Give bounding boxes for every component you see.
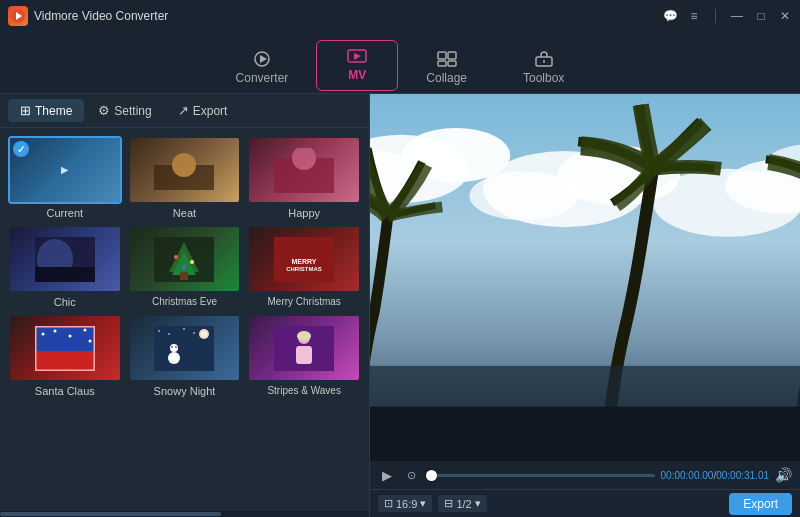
tab-setting[interactable]: ⚙ Setting (86, 99, 163, 122)
svg-point-23 (174, 255, 178, 259)
aspect-ratio-label: 16:9 (396, 498, 417, 510)
title-bar-left: Vidmore Video Converter (8, 6, 168, 26)
svg-rect-50 (296, 346, 312, 364)
svg-point-46 (183, 328, 185, 330)
right-panel: ▶ ⊙ 00:00:00.00/00:00:31.01 🔊 ⊡ 16:9 ▾ ⊟… (370, 94, 800, 517)
svg-point-32 (53, 329, 56, 332)
theme-label-neat: Neat (173, 207, 196, 219)
video-controls: ▶ ⊙ 00:00:00.00/00:00:31.01 🔊 (370, 461, 800, 489)
title-bar: Vidmore Video Converter 💬 ≡ — □ ✕ (0, 0, 800, 32)
svg-rect-6 (438, 52, 446, 59)
theme-item-christmas-eve[interactable]: Christmas Eve (128, 225, 242, 308)
svg-rect-29 (35, 351, 95, 371)
theme-label-snowy-night: Snowy Night (154, 385, 216, 397)
menu-button[interactable]: ≡ (687, 9, 701, 23)
progress-thumb[interactable] (426, 470, 437, 481)
nav-label-collage: Collage (426, 71, 467, 85)
chat-button[interactable]: 💬 (663, 9, 677, 23)
nav-item-collage[interactable]: Collage (398, 44, 495, 93)
theme-item-snowy-night[interactable]: Snowy Night (128, 314, 242, 397)
nav-label-mv: MV (348, 68, 366, 82)
aspect-ratio-button[interactable]: ⊡ 16:9 ▾ (378, 495, 432, 512)
svg-text:CHRISTMAS: CHRISTMAS (286, 265, 322, 271)
theme-label-christmas-eve: Christmas Eve (152, 296, 217, 307)
svg-point-24 (190, 260, 194, 264)
svg-rect-22 (180, 272, 188, 280)
svg-point-43 (176, 346, 178, 348)
video-options: ⊡ 16:9 ▾ ⊟ 1/2 ▾ Export (370, 489, 800, 517)
app-title: Vidmore Video Converter (34, 9, 168, 23)
theme-label-merry-christmas: Merry Christmas (267, 296, 340, 307)
converter-icon (250, 50, 274, 68)
svg-point-44 (158, 330, 160, 332)
selected-check: ✓ (13, 141, 29, 157)
svg-point-47 (193, 332, 195, 334)
volume-icon[interactable]: 🔊 (775, 467, 792, 483)
quality-button[interactable]: ⊟ 1/2 ▾ (438, 495, 486, 512)
svg-point-58 (469, 171, 578, 220)
setting-tab-icon: ⚙ (98, 103, 110, 118)
stop-button[interactable]: ⊙ (402, 466, 420, 484)
play-button[interactable]: ▶ (378, 466, 396, 484)
theme-item-current[interactable]: ✓ ▶ Current (8, 136, 122, 219)
app-icon (8, 6, 28, 26)
maximize-button[interactable]: □ (754, 9, 768, 23)
svg-point-42 (172, 346, 174, 348)
main-content: ⊞ Theme ⚙ Setting ↗ Export ✓ ▶ (0, 94, 800, 517)
nav-label-converter: Converter (236, 71, 289, 85)
tab-theme[interactable]: ⊞ Theme (8, 99, 84, 122)
nav-label-toolbox: Toolbox (523, 71, 564, 85)
theme-item-stripes-waves[interactable]: Stripes & Waves (247, 314, 361, 397)
mv-icon (345, 47, 369, 65)
svg-rect-8 (438, 61, 446, 66)
theme-item-happy[interactable]: Happy (247, 136, 361, 219)
theme-grid: ✓ ▶ Current Neat (0, 128, 369, 511)
theme-scrollbar[interactable] (0, 511, 369, 517)
quality-icon: ⊟ (444, 497, 453, 510)
svg-point-13 (172, 153, 196, 177)
svg-marker-3 (260, 55, 267, 63)
svg-rect-7 (448, 52, 456, 59)
left-panel: ⊞ Theme ⚙ Setting ↗ Export ✓ ▶ (0, 94, 370, 517)
svg-point-41 (170, 344, 178, 352)
time-display: 00:00:00.00/00:00:31.01 (661, 470, 769, 481)
nav-item-converter[interactable]: Converter (208, 44, 317, 93)
close-button[interactable]: ✕ (778, 9, 792, 23)
theme-scrollbar-thumb[interactable] (0, 512, 221, 516)
svg-point-34 (83, 328, 86, 331)
progress-bar[interactable] (426, 474, 655, 477)
quality-arrow: ▾ (475, 497, 481, 510)
svg-text:MERRY: MERRY (292, 257, 317, 264)
svg-marker-5 (354, 53, 361, 60)
svg-point-39 (201, 331, 207, 337)
export-button[interactable]: Export (729, 493, 792, 515)
export-tab-icon: ↗ (178, 103, 189, 118)
minimize-button[interactable]: — (730, 9, 744, 23)
aspect-ratio-arrow: ▾ (420, 497, 426, 510)
theme-item-chic[interactable]: Chic (8, 225, 122, 308)
tab-setting-label: Setting (114, 104, 151, 118)
title-bar-right: 💬 ≡ — □ ✕ (663, 9, 792, 23)
nav-item-toolbox[interactable]: Toolbox (495, 44, 592, 93)
theme-label-happy: Happy (288, 207, 320, 219)
tab-theme-label: Theme (35, 104, 72, 118)
top-nav: Converter MV Collage (0, 32, 800, 94)
quality-label: 1/2 (456, 498, 471, 510)
svg-point-51 (297, 331, 311, 341)
video-preview (370, 94, 800, 461)
collage-icon (435, 50, 459, 68)
theme-item-merry-christmas[interactable]: MERRY CHRISTMAS Merry Christmas (247, 225, 361, 308)
tab-export[interactable]: ↗ Export (166, 99, 240, 122)
svg-rect-18 (35, 267, 95, 282)
theme-item-santa-claus[interactable]: Santa Claus (8, 314, 122, 397)
svg-point-35 (88, 339, 91, 342)
svg-point-31 (41, 332, 44, 335)
theme-item-neat[interactable]: Neat (128, 136, 242, 219)
aspect-ratio-icon: ⊡ (384, 497, 393, 510)
sub-tabs: ⊞ Theme ⚙ Setting ↗ Export (0, 94, 369, 128)
svg-point-45 (168, 333, 170, 335)
nav-item-mv[interactable]: MV (316, 40, 398, 91)
svg-point-33 (68, 334, 71, 337)
theme-tab-icon: ⊞ (20, 103, 31, 118)
preview-background (370, 94, 800, 461)
